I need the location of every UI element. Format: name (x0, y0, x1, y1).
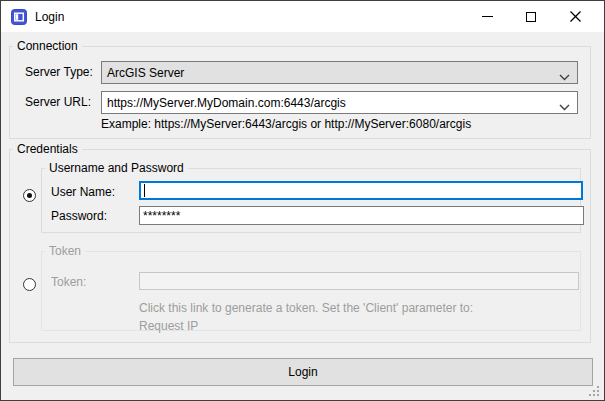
login-button-label: Login (288, 365, 317, 379)
request-ip-text: Request IP (139, 319, 198, 333)
chevron-down-icon (559, 100, 570, 114)
username-password-radio[interactable] (23, 189, 36, 202)
window-controls (465, 1, 604, 32)
close-icon[interactable] (553, 1, 597, 32)
form-window-icon (11, 9, 27, 25)
server-type-dropdown[interactable]: ArcGIS Server (101, 61, 578, 84)
text-caret (144, 184, 145, 197)
server-type-value: ArcGIS Server (107, 66, 184, 80)
login-dialog: Login Connection Server Type: ArcGIS Ser… (0, 0, 605, 401)
token-label: Token: (51, 275, 86, 289)
chevron-down-icon (559, 70, 570, 84)
server-url-value: https://MyServer.MyDomain.com:6443/arcgi… (107, 96, 346, 110)
username-password-group-label: Username and Password (45, 161, 188, 175)
token-input (139, 272, 579, 290)
token-hint-text: Click this link to generate a token. Set… (139, 301, 473, 315)
window-title: Login (35, 10, 64, 24)
server-url-combobox[interactable]: https://MyServer.MyDomain.com:6443/arcgi… (101, 91, 578, 114)
server-type-label: Server Type: (25, 65, 93, 79)
username-input[interactable] (139, 181, 583, 200)
token-radio[interactable] (23, 278, 36, 291)
server-url-example-text: Example: https://MyServer:6443/arcgis or… (101, 117, 471, 131)
title-bar: Login (1, 1, 604, 32)
resize-grip-icon[interactable] (589, 386, 600, 397)
password-input[interactable] (139, 206, 584, 225)
maximize-icon[interactable] (509, 1, 553, 32)
server-url-label: Server URL: (25, 95, 91, 109)
password-label: Password: (51, 209, 107, 223)
username-label: User Name: (51, 185, 115, 199)
minimize-icon[interactable] (465, 1, 509, 32)
connection-group-label: Connection (13, 39, 82, 53)
token-group (41, 251, 581, 331)
login-button[interactable]: Login (13, 358, 593, 386)
token-group-label: Token (45, 244, 85, 258)
credentials-group-label: Credentials (13, 142, 82, 156)
